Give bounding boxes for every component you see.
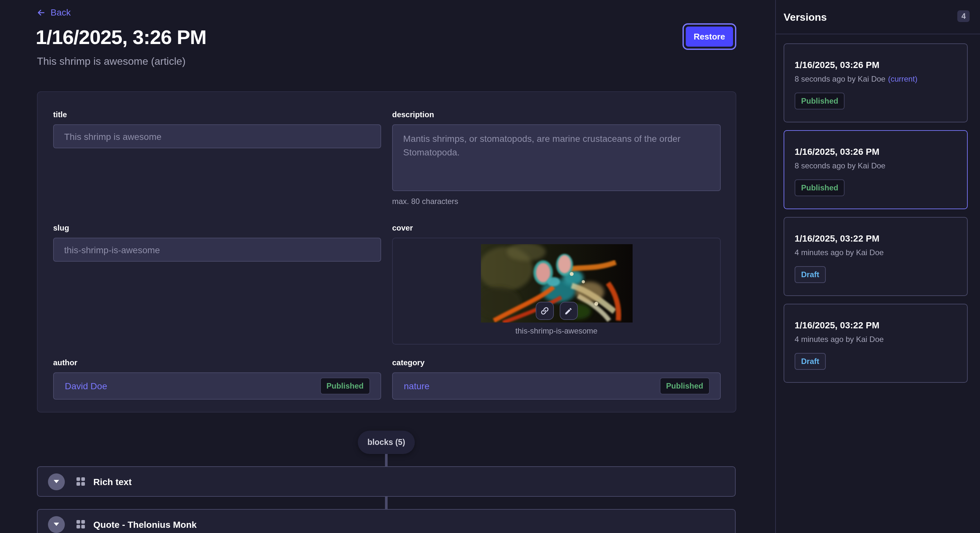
author-relation-box: David Doe Published <box>53 373 381 400</box>
cover-label: cover <box>392 224 721 233</box>
version-status-badge: Draft <box>795 266 826 283</box>
author-link[interactable]: David Doe <box>65 381 107 391</box>
blocks-connector-line <box>385 454 388 466</box>
versions-sidebar: Versions 4 1/16/2025, 03:26 PM 8 seconds… <box>775 0 980 533</box>
version-fields-panel: title This shrimp is awesome description… <box>37 91 736 412</box>
slug-label: slug <box>53 224 381 233</box>
version-history-page: Back 1/16/2025, 3:26 PM This shrimp is a… <box>0 0 980 533</box>
pencil-icon <box>564 307 573 315</box>
restore-button[interactable]: Restore <box>686 27 733 47</box>
description-hint: max. 80 characters <box>392 197 721 206</box>
version-card[interactable]: 1/16/2025, 03:22 PM 4 minutes ago by Kai… <box>784 304 968 383</box>
field-author: author David Doe Published <box>53 358 381 400</box>
version-status-badge: Published <box>795 179 845 196</box>
page-subtitle: This shrimp is awesome (article) <box>37 56 186 67</box>
component-grid-icon <box>76 477 85 486</box>
chevron-down-icon <box>53 522 60 527</box>
back-label: Back <box>51 7 71 17</box>
category-link[interactable]: nature <box>404 381 430 391</box>
cover-filename: this-shrimp-is-awesome <box>393 327 720 335</box>
blocks-connector-line <box>385 497 388 509</box>
version-date: 1/16/2025, 03:26 PM <box>795 60 957 70</box>
title-label: title <box>53 110 381 119</box>
version-date: 1/16/2025, 03:22 PM <box>795 233 957 244</box>
version-meta: 8 seconds ago by Kai Doe(current) <box>795 75 957 84</box>
category-relation-box: nature Published <box>392 373 721 400</box>
version-meta: 4 minutes ago by Kai Doe <box>795 335 957 344</box>
block-row-quote: Quote - Thelonius Monk <box>37 509 736 533</box>
version-status-badge: Published <box>795 93 845 109</box>
description-textarea: Mantis shrimps, or stomatopods, are mari… <box>392 124 721 191</box>
slug-input: this-shrimp-is-awesome <box>53 238 381 262</box>
component-grid-icon <box>76 520 85 528</box>
field-category: category nature Published <box>392 358 721 400</box>
version-date: 1/16/2025, 03:22 PM <box>795 320 957 330</box>
blocks-count-pill: blocks (5) <box>358 431 415 454</box>
version-date: 1/16/2025, 03:26 PM <box>795 146 957 157</box>
field-description: description Mantis shrimps, or stomatopo… <box>392 110 721 206</box>
copy-link-button[interactable] <box>535 302 554 320</box>
versions-header: Versions 4 <box>776 0 980 34</box>
versions-title: Versions <box>784 12 827 23</box>
version-card[interactable]: 1/16/2025, 03:22 PM 4 minutes ago by Kai… <box>784 217 968 296</box>
arrow-left-icon <box>36 8 46 17</box>
restore-button-focus-ring: Restore <box>682 23 736 50</box>
version-meta: 4 minutes ago by Kai Doe <box>795 248 957 257</box>
edit-media-button[interactable] <box>559 302 578 320</box>
title-input: This shrimp is awesome <box>53 124 381 148</box>
versions-count-badge: 4 <box>958 10 970 22</box>
author-status-badge: Published <box>320 378 370 394</box>
version-status-badge: Draft <box>795 353 826 370</box>
version-meta: 8 seconds ago by Kai Doe <box>795 161 957 170</box>
expand-block-button[interactable] <box>48 516 65 533</box>
description-label: description <box>392 110 721 119</box>
link-icon <box>540 306 549 316</box>
category-label: category <box>392 358 721 367</box>
field-cover: cover <box>392 224 721 344</box>
cover-media-card: this-shrimp-is-awesome <box>392 238 721 344</box>
block-title: Rich text <box>93 476 132 487</box>
field-title: title This shrimp is awesome <box>53 110 381 148</box>
cover-actions <box>535 302 578 320</box>
page-title: 1/16/2025, 3:26 PM <box>36 26 207 49</box>
chevron-down-icon <box>53 479 60 484</box>
block-title: Quote - Thelonius Monk <box>93 519 197 530</box>
author-label: author <box>53 358 381 367</box>
version-card-selected[interactable]: 1/16/2025, 03:26 PM 8 seconds ago by Kai… <box>784 130 968 209</box>
back-link[interactable]: Back <box>36 7 71 17</box>
current-tag: (current) <box>888 75 918 84</box>
block-row-rich-text: Rich text <box>37 466 736 497</box>
expand-block-button[interactable] <box>48 473 65 490</box>
version-card[interactable]: 1/16/2025, 03:26 PM 8 seconds ago by Kai… <box>784 43 968 122</box>
category-status-badge: Published <box>660 378 710 394</box>
field-slug: slug this-shrimp-is-awesome <box>53 224 381 262</box>
